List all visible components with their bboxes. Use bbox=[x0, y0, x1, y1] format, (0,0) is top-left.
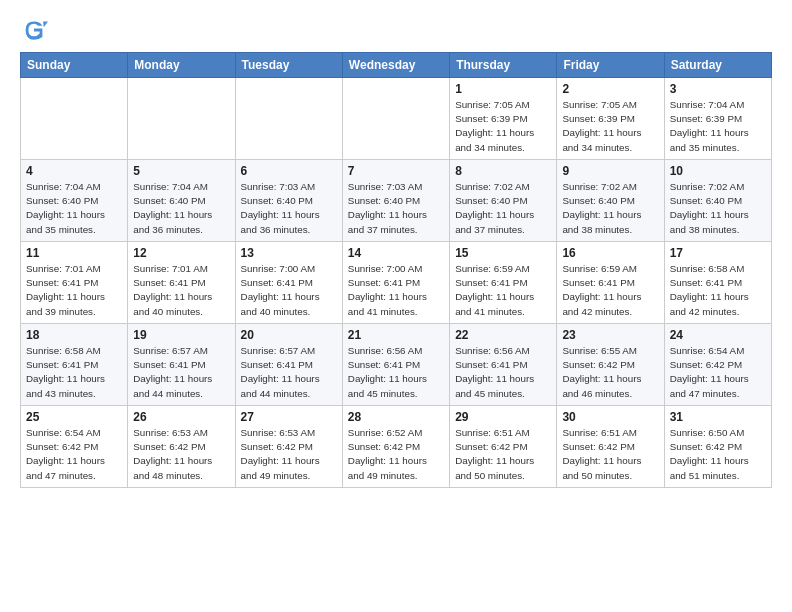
logo bbox=[20, 16, 52, 44]
day-info: Sunrise: 7:02 AMSunset: 6:40 PMDaylight:… bbox=[670, 180, 766, 237]
day-info: Sunrise: 6:57 AMSunset: 6:41 PMDaylight:… bbox=[133, 344, 229, 401]
day-info: Sunrise: 6:54 AMSunset: 6:42 PMDaylight:… bbox=[670, 344, 766, 401]
day-info: Sunrise: 6:58 AMSunset: 6:41 PMDaylight:… bbox=[26, 344, 122, 401]
week-row-4: 18Sunrise: 6:58 AMSunset: 6:41 PMDayligh… bbox=[21, 324, 772, 406]
day-cell: 3Sunrise: 7:04 AMSunset: 6:39 PMDaylight… bbox=[664, 78, 771, 160]
day-cell: 26Sunrise: 6:53 AMSunset: 6:42 PMDayligh… bbox=[128, 406, 235, 488]
logo-icon bbox=[20, 16, 48, 44]
header bbox=[20, 16, 772, 44]
svg-marker-0 bbox=[43, 22, 48, 28]
day-info: Sunrise: 6:50 AMSunset: 6:42 PMDaylight:… bbox=[670, 426, 766, 483]
day-cell: 17Sunrise: 6:58 AMSunset: 6:41 PMDayligh… bbox=[664, 242, 771, 324]
day-cell: 19Sunrise: 6:57 AMSunset: 6:41 PMDayligh… bbox=[128, 324, 235, 406]
day-cell: 22Sunrise: 6:56 AMSunset: 6:41 PMDayligh… bbox=[450, 324, 557, 406]
day-info: Sunrise: 6:55 AMSunset: 6:42 PMDaylight:… bbox=[562, 344, 658, 401]
day-cell: 16Sunrise: 6:59 AMSunset: 6:41 PMDayligh… bbox=[557, 242, 664, 324]
day-info: Sunrise: 6:56 AMSunset: 6:41 PMDaylight:… bbox=[455, 344, 551, 401]
day-info: Sunrise: 6:57 AMSunset: 6:41 PMDaylight:… bbox=[241, 344, 337, 401]
day-number: 12 bbox=[133, 246, 229, 260]
day-info: Sunrise: 6:56 AMSunset: 6:41 PMDaylight:… bbox=[348, 344, 444, 401]
day-number: 23 bbox=[562, 328, 658, 342]
day-number: 15 bbox=[455, 246, 551, 260]
day-number: 2 bbox=[562, 82, 658, 96]
day-number: 29 bbox=[455, 410, 551, 424]
day-number: 1 bbox=[455, 82, 551, 96]
week-row-3: 11Sunrise: 7:01 AMSunset: 6:41 PMDayligh… bbox=[21, 242, 772, 324]
day-cell: 25Sunrise: 6:54 AMSunset: 6:42 PMDayligh… bbox=[21, 406, 128, 488]
day-number: 13 bbox=[241, 246, 337, 260]
day-number: 26 bbox=[133, 410, 229, 424]
day-info: Sunrise: 7:05 AMSunset: 6:39 PMDaylight:… bbox=[562, 98, 658, 155]
day-number: 21 bbox=[348, 328, 444, 342]
day-number: 9 bbox=[562, 164, 658, 178]
day-number: 7 bbox=[348, 164, 444, 178]
day-cell: 1Sunrise: 7:05 AMSunset: 6:39 PMDaylight… bbox=[450, 78, 557, 160]
day-number: 19 bbox=[133, 328, 229, 342]
day-cell: 7Sunrise: 7:03 AMSunset: 6:40 PMDaylight… bbox=[342, 160, 449, 242]
day-info: Sunrise: 6:54 AMSunset: 6:42 PMDaylight:… bbox=[26, 426, 122, 483]
day-cell: 31Sunrise: 6:50 AMSunset: 6:42 PMDayligh… bbox=[664, 406, 771, 488]
day-info: Sunrise: 6:51 AMSunset: 6:42 PMDaylight:… bbox=[562, 426, 658, 483]
week-row-1: 1Sunrise: 7:05 AMSunset: 6:39 PMDaylight… bbox=[21, 78, 772, 160]
day-info: Sunrise: 7:04 AMSunset: 6:40 PMDaylight:… bbox=[26, 180, 122, 237]
weekday-header-monday: Monday bbox=[128, 53, 235, 78]
day-number: 20 bbox=[241, 328, 337, 342]
day-cell: 10Sunrise: 7:02 AMSunset: 6:40 PMDayligh… bbox=[664, 160, 771, 242]
day-cell bbox=[21, 78, 128, 160]
day-info: Sunrise: 7:03 AMSunset: 6:40 PMDaylight:… bbox=[241, 180, 337, 237]
weekday-header-wednesday: Wednesday bbox=[342, 53, 449, 78]
day-info: Sunrise: 6:53 AMSunset: 6:42 PMDaylight:… bbox=[241, 426, 337, 483]
day-info: Sunrise: 7:00 AMSunset: 6:41 PMDaylight:… bbox=[241, 262, 337, 319]
day-info: Sunrise: 7:01 AMSunset: 6:41 PMDaylight:… bbox=[133, 262, 229, 319]
day-cell: 27Sunrise: 6:53 AMSunset: 6:42 PMDayligh… bbox=[235, 406, 342, 488]
day-number: 24 bbox=[670, 328, 766, 342]
day-number: 3 bbox=[670, 82, 766, 96]
day-cell: 24Sunrise: 6:54 AMSunset: 6:42 PMDayligh… bbox=[664, 324, 771, 406]
day-cell bbox=[342, 78, 449, 160]
day-number: 6 bbox=[241, 164, 337, 178]
day-cell: 18Sunrise: 6:58 AMSunset: 6:41 PMDayligh… bbox=[21, 324, 128, 406]
day-info: Sunrise: 7:04 AMSunset: 6:40 PMDaylight:… bbox=[133, 180, 229, 237]
day-number: 28 bbox=[348, 410, 444, 424]
day-number: 11 bbox=[26, 246, 122, 260]
day-cell: 4Sunrise: 7:04 AMSunset: 6:40 PMDaylight… bbox=[21, 160, 128, 242]
day-cell: 12Sunrise: 7:01 AMSunset: 6:41 PMDayligh… bbox=[128, 242, 235, 324]
day-number: 18 bbox=[26, 328, 122, 342]
day-cell bbox=[128, 78, 235, 160]
day-cell: 21Sunrise: 6:56 AMSunset: 6:41 PMDayligh… bbox=[342, 324, 449, 406]
day-number: 27 bbox=[241, 410, 337, 424]
weekday-header-row: SundayMondayTuesdayWednesdayThursdayFrid… bbox=[21, 53, 772, 78]
day-cell: 5Sunrise: 7:04 AMSunset: 6:40 PMDaylight… bbox=[128, 160, 235, 242]
day-number: 17 bbox=[670, 246, 766, 260]
day-info: Sunrise: 7:03 AMSunset: 6:40 PMDaylight:… bbox=[348, 180, 444, 237]
day-number: 31 bbox=[670, 410, 766, 424]
day-number: 22 bbox=[455, 328, 551, 342]
day-cell: 29Sunrise: 6:51 AMSunset: 6:42 PMDayligh… bbox=[450, 406, 557, 488]
day-number: 5 bbox=[133, 164, 229, 178]
day-info: Sunrise: 7:02 AMSunset: 6:40 PMDaylight:… bbox=[455, 180, 551, 237]
day-info: Sunrise: 6:51 AMSunset: 6:42 PMDaylight:… bbox=[455, 426, 551, 483]
day-info: Sunrise: 6:53 AMSunset: 6:42 PMDaylight:… bbox=[133, 426, 229, 483]
day-cell: 11Sunrise: 7:01 AMSunset: 6:41 PMDayligh… bbox=[21, 242, 128, 324]
page: SundayMondayTuesdayWednesdayThursdayFrid… bbox=[0, 0, 792, 498]
day-cell: 30Sunrise: 6:51 AMSunset: 6:42 PMDayligh… bbox=[557, 406, 664, 488]
day-info: Sunrise: 7:04 AMSunset: 6:39 PMDaylight:… bbox=[670, 98, 766, 155]
day-cell: 23Sunrise: 6:55 AMSunset: 6:42 PMDayligh… bbox=[557, 324, 664, 406]
week-row-5: 25Sunrise: 6:54 AMSunset: 6:42 PMDayligh… bbox=[21, 406, 772, 488]
weekday-header-thursday: Thursday bbox=[450, 53, 557, 78]
day-number: 4 bbox=[26, 164, 122, 178]
day-cell: 20Sunrise: 6:57 AMSunset: 6:41 PMDayligh… bbox=[235, 324, 342, 406]
day-info: Sunrise: 6:52 AMSunset: 6:42 PMDaylight:… bbox=[348, 426, 444, 483]
day-number: 30 bbox=[562, 410, 658, 424]
day-info: Sunrise: 7:05 AMSunset: 6:39 PMDaylight:… bbox=[455, 98, 551, 155]
weekday-header-saturday: Saturday bbox=[664, 53, 771, 78]
day-cell: 2Sunrise: 7:05 AMSunset: 6:39 PMDaylight… bbox=[557, 78, 664, 160]
day-cell: 14Sunrise: 7:00 AMSunset: 6:41 PMDayligh… bbox=[342, 242, 449, 324]
day-info: Sunrise: 6:58 AMSunset: 6:41 PMDaylight:… bbox=[670, 262, 766, 319]
day-number: 14 bbox=[348, 246, 444, 260]
day-info: Sunrise: 6:59 AMSunset: 6:41 PMDaylight:… bbox=[455, 262, 551, 319]
day-number: 25 bbox=[26, 410, 122, 424]
weekday-header-friday: Friday bbox=[557, 53, 664, 78]
calendar-table: SundayMondayTuesdayWednesdayThursdayFrid… bbox=[20, 52, 772, 488]
day-info: Sunrise: 6:59 AMSunset: 6:41 PMDaylight:… bbox=[562, 262, 658, 319]
